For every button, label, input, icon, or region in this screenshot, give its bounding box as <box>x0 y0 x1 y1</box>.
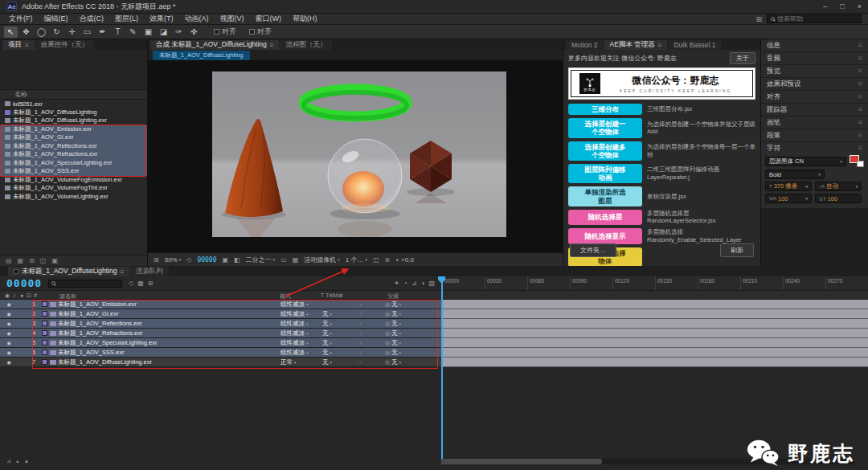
minimize-button[interactable]: – <box>823 2 827 10</box>
menu-item[interactable]: 效果(T) <box>144 14 179 24</box>
timeline-search-box[interactable] <box>48 280 122 288</box>
pickwhip-icon[interactable]: ◎ <box>385 321 390 327</box>
workspace-icon[interactable]: ⊞ <box>755 15 762 23</box>
folder-button[interactable]: 文件夹… <box>570 243 616 257</box>
timeline-tab[interactable]: 未标题_1_AOV_DiffuseLighting ≡ <box>8 267 129 276</box>
motion-blur-icon[interactable]: ◔ <box>403 280 407 287</box>
menu-item[interactable]: 文件(F) <box>3 14 39 24</box>
font-size-dropdown[interactable]: T 370 像素▾ <box>765 182 812 191</box>
pan-behind-tool-icon[interactable]: ✛ <box>65 27 79 38</box>
layer-duration-bar[interactable] <box>441 329 868 338</box>
layer-source-name[interactable]: 未标题_1_AOV_GI.exr <box>58 310 280 318</box>
draft-3d-icon[interactable]: ▦ <box>137 280 144 287</box>
menu-item[interactable]: 编辑(E) <box>39 14 74 24</box>
script-button[interactable]: 单独渲染所选图层 <box>568 186 642 206</box>
project-item[interactable]: 未标题_1_AOV_Refractions.exr <box>0 150 147 159</box>
pen-tool-icon[interactable]: ✒ <box>96 27 109 38</box>
parent-dropdown[interactable]: ◎ 无▾ <box>385 310 441 318</box>
region-of-interest-icon[interactable]: ▭ <box>280 256 287 264</box>
color-depth-icon[interactable]: ◫ <box>40 257 47 264</box>
show-channel-icon[interactable]: ◧ <box>234 256 240 264</box>
help-search-box[interactable] <box>767 14 862 23</box>
vertical-scale-field[interactable]: ⇕T 100 <box>815 194 862 203</box>
scrollbar-thumb[interactable] <box>441 459 602 464</box>
new-composition-icon[interactable]: ⊞ <box>29 257 35 264</box>
composition-mini-flowchart-icon[interactable]: ◇ <box>129 280 133 287</box>
layer-duration-bar[interactable] <box>441 300 868 309</box>
pickwhip-icon[interactable]: ◎ <box>385 340 390 346</box>
timeline-layer-row[interactable]: ◉ 1 未标题_1_AOV_Emission.exr 线性减淡▾ ▾ ◦ ⁄ <box>0 300 441 309</box>
trkmat-dropdown[interactable]: 无▾ <box>322 320 358 328</box>
layer-color-chip[interactable] <box>42 349 47 355</box>
layer-source-name[interactable]: 未标题_1_AOV_Reflections.exr <box>58 320 280 328</box>
interpret-footage-icon[interactable]: ▤ <box>6 257 12 264</box>
leading-dropdown[interactable]: ↕A 自动▾ <box>815 182 862 191</box>
layer-switches[interactable]: ◦ ⁄ <box>358 312 385 317</box>
panel-menu-icon[interactable]: ≡ <box>858 55 862 62</box>
parent-dropdown[interactable]: ◎ 无▾ <box>385 300 441 309</box>
visibility-eye-icon[interactable]: ◉ <box>5 330 13 336</box>
pixel-aspect-icon[interactable]: ◫ <box>373 256 379 264</box>
transparency-grid-icon[interactable]: ▦ <box>293 256 299 264</box>
trkmat-dropdown[interactable]: 无▾ <box>322 349 358 357</box>
stroke-color-swatch[interactable] <box>857 161 864 167</box>
blend-mode-dropdown[interactable]: 线性减淡▾ <box>280 310 322 318</box>
panel-tab[interactable]: 项目 ≡ <box>2 40 35 50</box>
exposure-control[interactable]: ◐ +0.0 <box>395 256 414 264</box>
trkmat-dropdown[interactable]: 无▾ <box>322 329 358 337</box>
parent-dropdown[interactable]: ◎ 无▾ <box>385 339 441 347</box>
collapsed-panel[interactable]: 对齐 ≡ <box>761 91 868 103</box>
puppet-pin-tool-icon[interactable]: ✜ <box>187 27 201 38</box>
brainstorm-icon[interactable]: ◑ <box>421 280 425 287</box>
layer-source-name[interactable]: 未标题_1_AOV_DiffuseLighting.exr <box>58 358 280 366</box>
current-time-field[interactable]: 00000 <box>6 277 42 289</box>
panel-menu-icon[interactable]: ≡ <box>270 42 274 49</box>
collapsed-panel[interactable]: 跟踪器 ≡ <box>761 104 868 116</box>
script-button[interactable]: 随机选择层 <box>568 210 642 226</box>
panel-tab[interactable]: Motion 2 ≡ <box>566 40 604 50</box>
panel-menu-icon[interactable]: ≡ <box>25 42 29 49</box>
layer-duration-bar[interactable] <box>441 338 868 348</box>
camera-icon[interactable]: ▧ <box>428 280 435 287</box>
timeline-layer-row[interactable]: ◉ 5 未标题_1_AOV_SpecularLighting.exr 线性减淡▾… <box>0 338 441 348</box>
layer-color-chip[interactable] <box>42 301 47 307</box>
new-folder-icon[interactable]: ▦ <box>18 257 24 264</box>
script-button[interactable]: 选择层创建多个空物体 <box>568 141 642 161</box>
panel-menu-icon[interactable]: ≡ <box>858 106 862 113</box>
graph-editor-icon[interactable]: ⊿ <box>411 280 417 287</box>
panel-menu-icon[interactable]: ≡ <box>858 145 862 152</box>
layer-color-chip[interactable] <box>42 340 47 345</box>
font-style-dropdown[interactable]: Bold▾ <box>765 170 825 179</box>
magnification-dropdown[interactable]: 50%▾ <box>165 256 182 264</box>
maximize-button[interactable]: □ <box>840 2 844 10</box>
zoom-in-mountain-icon[interactable]: ▲ <box>23 458 29 464</box>
project-item[interactable]: 未标题_1_AOV_SpecularLighting.exr <box>0 159 147 168</box>
blend-mode-dropdown[interactable]: 线性减淡▾ <box>280 320 322 328</box>
layer-switches[interactable]: ◦ ⁄ <box>358 350 385 355</box>
panel-menu-icon[interactable]: ≡ <box>858 119 862 126</box>
project-item[interactable]: 未标题_1_AOV_Reflections.exr <box>0 142 147 151</box>
panel-menu-icon[interactable]: ≡ <box>120 268 124 276</box>
timeline-layer-row[interactable]: ◉ 2 未标题_1_AOV_GI.exr 线性减淡▾ 无▾ ◦ ⁄ <box>0 309 441 319</box>
visibility-eye-icon[interactable]: ◉ <box>5 321 13 326</box>
panel-tab[interactable]: AE脚本 管理器 ≡ <box>604 40 668 50</box>
panel-menu-icon[interactable]: ≡ <box>858 67 862 75</box>
refresh-button[interactable]: 刷新 <box>720 243 754 257</box>
panel-tab[interactable]: Duik Bassel.1 ≡ <box>668 40 721 50</box>
script-button[interactable]: 三维分布 <box>568 104 642 115</box>
script-button[interactable]: 选择层创建一个空物体 <box>568 118 642 137</box>
brush-tool-icon[interactable]: ✎ <box>126 27 140 38</box>
parent-dropdown[interactable]: ◎ 无▾ <box>385 329 441 337</box>
collapsed-panel[interactable]: 信息 ≡ <box>761 39 868 51</box>
pickwhip-icon[interactable]: ◎ <box>385 330 390 337</box>
clone-stamp-tool-icon[interactable]: ▣ <box>141 27 155 38</box>
layer-source-name[interactable]: 未标题_1_AOV_Emission.exr <box>58 300 280 309</box>
menu-item[interactable]: 动画(A) <box>179 14 215 24</box>
layer-switches[interactable]: ◦ ⁄ <box>358 321 385 326</box>
zoom-tool-icon[interactable]: ◯ <box>35 27 48 38</box>
menu-item[interactable]: 合成(C) <box>74 14 110 24</box>
collapsed-panel[interactable]: 画笔 ≡ <box>761 116 868 129</box>
visibility-eye-icon[interactable]: ◉ <box>5 349 13 355</box>
orbit-camera-tool-icon[interactable]: ↻ <box>50 27 63 38</box>
project-item[interactable]: 未标题_1_AOV_VolumeFogEmission.exr <box>0 176 147 185</box>
